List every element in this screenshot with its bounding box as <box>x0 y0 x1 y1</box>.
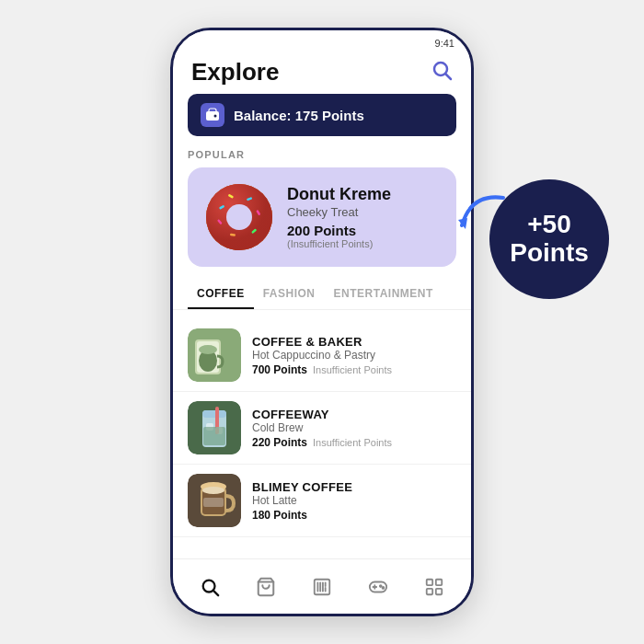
item-points-3: 180 Points <box>252 509 307 522</box>
category-tabs: COFFEE FASHION ENTERTAINMENT <box>173 282 471 310</box>
svg-rect-23 <box>202 410 226 418</box>
list-item[interactable]: COFFEE & BAKER Hot Cappuccino & Pastry 7… <box>173 319 471 392</box>
phone-content: Explore Balance: 175 Poin <box>173 56 471 564</box>
svg-rect-2 <box>206 111 219 121</box>
item-insufficient-2: Insufficient Points <box>313 437 392 448</box>
page-title: Explore <box>191 58 279 86</box>
popular-info: Donut Kreme Cheeky Treat 200 Points (Ins… <box>287 185 442 249</box>
grid-nav[interactable] <box>424 577 444 597</box>
item-points-row-2: 220 Points Insufficient Points <box>252 436 392 449</box>
item-points-row-1: 700 Points Insufficient Points <box>252 363 392 376</box>
svg-rect-49 <box>435 588 441 593</box>
list-item[interactable]: BLIMEY COFFEE Hot Latte 180 Points <box>173 465 471 537</box>
item-points-2: 220 Points <box>252 436 307 449</box>
popular-item-insufficient: (Insufficient Points) <box>287 238 442 249</box>
item-subtitle-1: Hot Cappuccino & Pastry <box>252 349 392 362</box>
search-nav[interactable] <box>200 577 220 597</box>
tab-coffee[interactable]: COFFEE <box>188 282 254 309</box>
popular-item-points: 200 Points <box>287 223 442 238</box>
points-bubble-line2: Points <box>510 239 589 268</box>
app-header: Explore <box>173 56 471 94</box>
arrow-pointer <box>453 189 508 235</box>
points-bubble-line1: +50 <box>527 211 571 239</box>
blimey-info: BLIMEY COFFEE Hot Latte 180 Points <box>252 480 352 522</box>
donut-image <box>202 180 276 254</box>
popular-item-name: Donut Kreme <box>287 185 442 205</box>
coffeeway-image <box>188 401 241 454</box>
item-name-1: COFFEE & BAKER <box>252 335 392 349</box>
item-name-3: BLIMEY COFFEE <box>252 480 352 494</box>
coffeeway-info: COFFEEWAY Cold Brew 220 Points Insuffici… <box>252 408 392 449</box>
svg-point-45 <box>382 587 384 589</box>
scene: 9:41 Explore <box>0 0 644 644</box>
svg-point-32 <box>202 487 224 494</box>
cart-nav[interactable] <box>256 577 276 597</box>
svg-line-1 <box>446 74 452 79</box>
popular-label: POPULAR <box>173 149 471 167</box>
item-points-1: 700 Points <box>252 363 307 376</box>
bottom-navigation <box>173 558 471 614</box>
balance-text: Balance: 175 Points <box>234 108 364 123</box>
tab-entertainment[interactable]: ENTERTAINMENT <box>325 282 443 309</box>
svg-rect-27 <box>203 427 225 445</box>
popular-item-subtitle: Cheeky Treat <box>287 205 442 219</box>
item-subtitle-2: Cold Brew <box>252 421 392 434</box>
svg-rect-46 <box>426 579 431 584</box>
svg-point-44 <box>380 585 382 587</box>
item-insufficient-1: Insufficient Points <box>313 364 392 375</box>
games-nav[interactable] <box>368 577 388 597</box>
svg-point-20 <box>199 345 217 354</box>
phone-frame: 9:41 Explore <box>170 28 474 616</box>
svg-line-35 <box>214 591 219 595</box>
svg-point-8 <box>226 204 252 230</box>
svg-rect-33 <box>203 498 224 507</box>
tab-fashion[interactable]: FASHION <box>254 282 325 309</box>
popular-card[interactable]: Donut Kreme Cheeky Treat 200 Points (Ins… <box>188 167 456 267</box>
list-item[interactable]: COFFEEWAY Cold Brew 220 Points Insuffici… <box>173 392 471 465</box>
svg-point-3 <box>214 115 217 118</box>
coffee-baker-image <box>188 328 241 382</box>
coffee-baker-info: COFFEE & BAKER Hot Cappuccino & Pastry 7… <box>252 335 392 376</box>
barcode-nav[interactable] <box>312 577 332 597</box>
search-icon[interactable] <box>431 59 453 86</box>
item-name-2: COFFEEWAY <box>252 408 392 421</box>
wallet-icon <box>201 103 224 127</box>
balance-bar[interactable]: Balance: 175 Points <box>188 94 456 136</box>
svg-marker-50 <box>458 218 467 229</box>
status-bar: 9:41 <box>173 30 471 56</box>
svg-rect-47 <box>435 579 441 584</box>
svg-rect-48 <box>426 588 431 593</box>
blimey-image <box>188 474 241 527</box>
item-points-row-3: 180 Points <box>252 509 352 522</box>
item-subtitle-3: Hot Latte <box>252 494 352 507</box>
